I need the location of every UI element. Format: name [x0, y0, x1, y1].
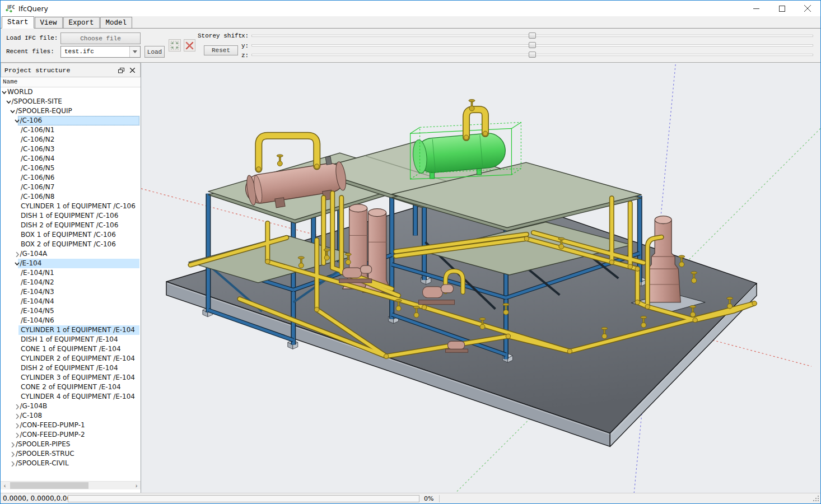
tab-model[interactable]: Model [100, 17, 133, 28]
reset-button[interactable]: Reset [204, 45, 238, 55]
tree-item[interactable]: /CON-FEED-PUMP-2 [1, 430, 141, 440]
tree-item-label: /E-104/N6 [21, 316, 54, 325]
storey-shift-x-slider[interactable] [251, 35, 813, 37]
chevron-expanded-icon[interactable] [15, 262, 20, 267]
tree-item-label: /SPOOLER-PIPES [16, 440, 70, 449]
tree-item[interactable]: CYLINDER 3 of EQUIPMENT /E-104 [1, 373, 141, 382]
combo-dropdown-button[interactable] [129, 46, 140, 57]
tree-item[interactable]: CYLINDER 1 of EQUIPMENT /C-106 [1, 202, 141, 211]
tree-item[interactable]: BOX 1 of EQUIPMENT /C-106 [1, 230, 141, 240]
tree-item[interactable]: WORLD [1, 87, 141, 97]
tree-item[interactable]: /E-104/N2 [1, 278, 141, 287]
tree-item[interactable]: /SPOOLER-SITE [1, 97, 141, 106]
tree-item[interactable]: CYLINDER 2 of EQUIPMENT /E-104 [1, 354, 141, 363]
tree-item[interactable]: /SPOOLER-PIPES [1, 440, 141, 449]
tree-item[interactable]: /C-106/N1 [1, 125, 141, 135]
tab-view[interactable]: View [35, 17, 63, 28]
tree-item[interactable]: /CON-FEED-PUMP-1 [1, 421, 141, 430]
maximize-button[interactable] [769, 1, 795, 16]
chevron-expanded-icon[interactable] [2, 90, 7, 95]
slider-z-handle[interactable] [529, 52, 536, 58]
slider-x-handle[interactable] [529, 32, 536, 39]
minimize-button[interactable] [743, 1, 769, 16]
chevron-collapsed-icon[interactable] [15, 433, 20, 438]
panel-header[interactable]: Project structure [1, 63, 141, 77]
tree-item[interactable]: /E-104 [1, 259, 141, 268]
storey-shift-label: Storey shift [198, 32, 242, 39]
chevron-collapsed-icon[interactable] [10, 461, 15, 466]
tree-item[interactable]: /C-106/N8 [1, 192, 141, 202]
tree-item-label: DISH 1 of EQUIPMENT /E-104 [21, 335, 118, 344]
tree-item[interactable]: /SPOOLER-STRUC [1, 449, 141, 459]
tree-item-label: /E-104 [20, 259, 42, 268]
tree-item[interactable]: /C-106/N3 [1, 144, 141, 154]
chevron-collapsed-icon[interactable] [10, 452, 15, 457]
tree-item-label: /C-106/N2 [21, 135, 54, 144]
chevron-expanded-icon[interactable] [6, 100, 11, 105]
tree-item[interactable]: BOX 2 of EQUIPMENT /C-106 [1, 240, 141, 249]
storey-shift-y-slider[interactable] [251, 44, 813, 46]
fit-view-button[interactable] [169, 39, 181, 52]
tree-item[interactable]: DISH 2 of EQUIPMENT /E-104 [1, 363, 141, 373]
tree-item[interactable]: CYLINDER 1 of EQUIPMENT /E-104 [1, 325, 141, 335]
3d-viewport[interactable] [141, 63, 820, 493]
tree-item[interactable]: CYLINDER 4 of EQUIPMENT /E-104 [1, 392, 141, 402]
fit-view-icon [170, 41, 179, 50]
tree-item[interactable]: /E-104/N5 [1, 306, 141, 316]
tree-item[interactable]: /C-106/N4 [1, 154, 141, 164]
tab-export[interactable]: Export [63, 17, 100, 28]
chevron-collapsed-icon[interactable] [15, 404, 20, 409]
tree-item-label: /C-106/N8 [21, 192, 54, 202]
tree-item[interactable]: /E-104/N6 [1, 316, 141, 325]
arrow-right-icon[interactable]: › [132, 482, 141, 489]
tree-item[interactable]: /G-104B [1, 402, 141, 411]
resize-grip-icon[interactable] [812, 495, 819, 502]
tree-item[interactable]: /C-106/N2 [1, 135, 141, 144]
tree-item[interactable]: DISH 1 of EQUIPMENT /C-106 [1, 211, 141, 221]
recent-file-value: test.ifc [64, 48, 94, 55]
chevron-collapsed-icon[interactable] [15, 252, 20, 257]
tree-item[interactable]: /E-104/N4 [1, 297, 141, 306]
tree-item-label: /C-108 [20, 411, 43, 421]
tree-item[interactable]: /SPOOLER-EQUIP [1, 106, 141, 116]
tree-item[interactable]: DISH 1 of EQUIPMENT /E-104 [1, 335, 141, 344]
close-panel-button[interactable] [128, 66, 137, 74]
tree-item[interactable]: CONE 2 of EQUIPMENT /E-104 [1, 382, 141, 392]
tree-item[interactable]: /E-104/N3 [1, 287, 141, 297]
chevron-collapsed-icon[interactable] [10, 442, 15, 447]
tree-item[interactable]: /SPOOLER-CIVIL [1, 459, 141, 468]
clear-button[interactable] [184, 39, 195, 52]
slider-y-handle[interactable] [529, 42, 536, 48]
tab-start[interactable]: Start [2, 16, 34, 29]
tree-item[interactable]: /C-106/N7 [1, 183, 141, 192]
slider-x-label: x: [241, 32, 249, 39]
tree-item[interactable]: /E-104/N1 [1, 268, 141, 278]
tree-item[interactable]: /G-104A [1, 249, 141, 259]
scrollbar-thumb[interactable] [10, 482, 88, 489]
chevron-collapsed-icon[interactable] [15, 414, 20, 419]
tree-item-label: /E-104/N3 [21, 287, 54, 297]
maximize-icon [779, 6, 785, 12]
tree-item[interactable]: DISH 2 of EQUIPMENT /C-106 [1, 221, 141, 230]
tree-item[interactable]: /C-108 [1, 411, 141, 421]
tree-item[interactable]: CONE 1 of EQUIPMENT /E-104 [1, 344, 141, 354]
tree-item-label: CYLINDER 2 of EQUIPMENT /E-104 [21, 354, 135, 363]
tree-item-label: WORLD [7, 87, 33, 97]
tree-horizontal-scrollbar[interactable]: ‹ › [1, 481, 141, 489]
choose-file-button[interactable]: Choose file [60, 32, 141, 44]
load-button[interactable]: Load [144, 46, 165, 58]
close-button[interactable] [795, 1, 820, 16]
arrow-left-icon[interactable]: ‹ [1, 482, 9, 489]
chevron-expanded-icon[interactable] [10, 109, 15, 114]
tree-item-label: /CON-FEED-PUMP-1 [20, 421, 85, 430]
tree-item[interactable]: /C-106/N5 [1, 164, 141, 173]
recent-files-combobox[interactable]: test.ifc [60, 46, 141, 58]
storey-shift-z-slider[interactable] [251, 54, 813, 56]
tree-item[interactable]: /C-106/N6 [1, 173, 141, 183]
chevron-expanded-icon[interactable] [15, 119, 20, 124]
slider-y-label: y: [241, 43, 249, 49]
float-panel-button[interactable] [117, 66, 125, 74]
tree-item[interactable]: /C-106 [1, 116, 141, 125]
chevron-collapsed-icon[interactable] [15, 423, 20, 428]
progress-bar [68, 495, 419, 502]
